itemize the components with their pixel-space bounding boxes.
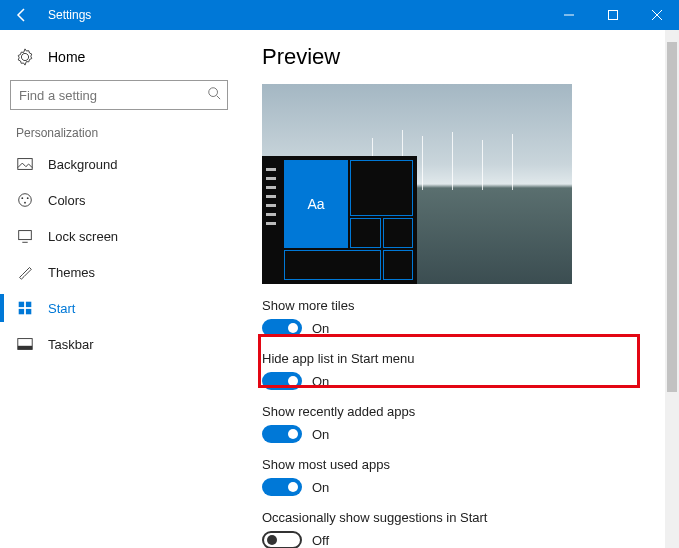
sidebar-item-label: Start — [48, 301, 75, 316]
sidebar-item-label: Themes — [48, 265, 95, 280]
svg-rect-9 — [19, 231, 32, 240]
scrollbar-track[interactable] — [665, 30, 679, 548]
desktop-preview: Aa — [262, 84, 572, 284]
svg-point-6 — [21, 197, 23, 199]
palette-icon — [16, 191, 34, 209]
minimize-button[interactable] — [547, 0, 591, 30]
scrollbar-thumb[interactable] — [667, 42, 677, 392]
svg-rect-16 — [18, 346, 32, 350]
setting-label: Show more tiles — [262, 298, 679, 313]
sidebar: Home Personalization Background Colors L… — [0, 30, 238, 548]
page-heading: Preview — [262, 44, 679, 70]
toggle-hide-app-list[interactable] — [262, 372, 302, 390]
setting-most-used: Show most used apps On — [262, 457, 679, 496]
sidebar-item-colors[interactable]: Colors — [10, 182, 238, 218]
sidebar-item-start[interactable]: Start — [10, 290, 238, 326]
toggle-state: On — [312, 374, 329, 389]
sidebar-item-background[interactable]: Background — [10, 146, 238, 182]
svg-rect-12 — [26, 302, 31, 307]
svg-rect-11 — [19, 302, 24, 307]
setting-label: Occasionally show suggestions in Start — [262, 510, 679, 525]
setting-label: Hide app list in Start menu — [262, 351, 679, 366]
titlebar: Settings — [0, 0, 679, 30]
monitor-icon — [16, 227, 34, 245]
sidebar-item-taskbar[interactable]: Taskbar — [10, 326, 238, 362]
setting-label: Show most used apps — [262, 457, 679, 472]
preview-tile-sample: Aa — [284, 160, 348, 248]
sidebar-item-label: Lock screen — [48, 229, 118, 244]
brush-icon — [16, 263, 34, 281]
setting-show-more-tiles: Show more tiles On — [262, 298, 679, 337]
sidebar-section-label: Personalization — [16, 126, 238, 140]
toggle-state: Off — [312, 533, 329, 548]
close-button[interactable] — [635, 0, 679, 30]
sidebar-item-label: Taskbar — [48, 337, 94, 352]
app-title: Settings — [48, 8, 547, 22]
sidebar-item-themes[interactable]: Themes — [10, 254, 238, 290]
svg-point-7 — [27, 197, 29, 199]
setting-hide-app-list: Hide app list in Start menu On — [262, 351, 679, 390]
svg-rect-14 — [26, 309, 31, 314]
main-content: Preview Aa — [238, 30, 679, 548]
setting-recently-added: Show recently added apps On — [262, 404, 679, 443]
search-field[interactable] — [10, 80, 228, 110]
search-icon — [207, 86, 221, 104]
start-menu-preview: Aa — [262, 156, 417, 284]
start-icon — [16, 299, 34, 317]
maximize-icon — [608, 10, 618, 20]
taskbar-icon — [16, 335, 34, 353]
sidebar-item-label: Background — [48, 157, 117, 172]
minimize-icon — [564, 10, 574, 20]
sidebar-home[interactable]: Home — [10, 40, 238, 76]
picture-icon — [16, 155, 34, 173]
sidebar-item-label: Colors — [48, 193, 86, 208]
toggle-suggestions[interactable] — [262, 531, 302, 548]
search-input[interactable] — [19, 88, 207, 103]
toggle-show-more-tiles[interactable] — [262, 319, 302, 337]
maximize-button[interactable] — [591, 0, 635, 30]
sidebar-item-lockscreen[interactable]: Lock screen — [10, 218, 238, 254]
gear-icon — [16, 48, 34, 66]
close-icon — [652, 10, 662, 20]
svg-rect-1 — [609, 11, 618, 20]
svg-rect-13 — [19, 309, 24, 314]
setting-label: Show recently added apps — [262, 404, 679, 419]
svg-line-3 — [217, 96, 221, 100]
toggle-state: On — [312, 480, 329, 495]
setting-suggestions: Occasionally show suggestions in Start O… — [262, 510, 679, 548]
toggle-state: On — [312, 427, 329, 442]
toggle-recently-added[interactable] — [262, 425, 302, 443]
back-button[interactable] — [0, 0, 44, 30]
toggle-most-used[interactable] — [262, 478, 302, 496]
arrow-left-icon — [14, 7, 30, 23]
svg-point-8 — [24, 202, 26, 204]
svg-point-5 — [19, 194, 32, 207]
sidebar-home-label: Home — [48, 49, 85, 65]
window-controls — [547, 0, 679, 30]
svg-point-2 — [209, 88, 218, 97]
toggle-state: On — [312, 321, 329, 336]
svg-rect-4 — [18, 159, 32, 170]
